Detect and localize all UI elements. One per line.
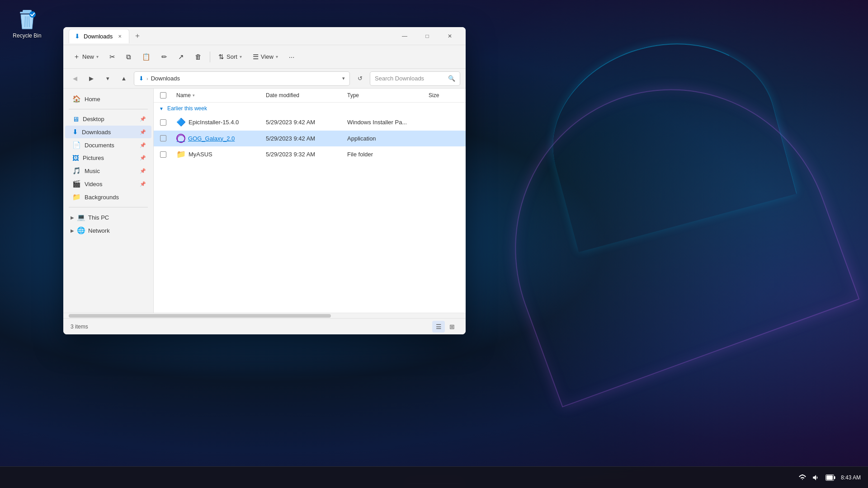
pin-icon-desktop: 📌	[140, 116, 146, 122]
file-explorer-window: ⬇ Downloads ✕ ＋ — □ ✕ ＋ New ▾ ✂	[63, 27, 466, 334]
file-row[interactable]: 📁 MyASUS 5/29/2023 9:32 AM File folder	[154, 146, 466, 163]
speaker-icon	[812, 474, 820, 482]
path-dropdown-icon: ▾	[342, 75, 345, 81]
recent-locations-button[interactable]: ▾	[101, 72, 114, 85]
status-bar: 3 items ☰ ⊞	[63, 318, 466, 334]
share-icon: ↗	[178, 53, 184, 61]
col-checkbox[interactable]	[157, 89, 174, 102]
music-icon: 🎵	[72, 167, 81, 175]
group-header-earlier-this-week[interactable]: ▼ Earlier this week	[154, 103, 466, 114]
file-checkbox-1[interactable]	[157, 114, 174, 130]
sidebar: 🏠 Home 🖥 Desktop 📌 ⬇ Downloads 📌 📄 Docum…	[63, 89, 154, 313]
tab-close-button[interactable]: ✕	[116, 33, 123, 40]
file-row[interactable]: ◯ GOG_Galaxy_2.0 5/29/2023 9:42 AM Appli…	[154, 131, 466, 146]
paste-button[interactable]: 📋	[137, 49, 155, 65]
sidebar-item-downloads[interactable]: ⬇ Downloads 📌	[65, 126, 151, 138]
view-toggle: ☰ ⊞	[432, 321, 458, 333]
file-type-2: Application	[344, 131, 426, 146]
file-type-text-3: File folder	[347, 151, 373, 158]
paste-icon: 📋	[142, 53, 151, 61]
sidebar-backgrounds-label: Backgrounds	[85, 194, 146, 201]
downloads-tab[interactable]: ⬇ Downloads ✕	[69, 29, 129, 43]
sidebar-item-home[interactable]: 🏠 Home	[65, 93, 151, 105]
rename-button[interactable]: ✏	[157, 49, 172, 65]
svg-line-2	[25, 16, 25, 27]
tab-area: ⬇ Downloads ✕ ＋	[69, 29, 394, 43]
file-checkbox-3[interactable]	[157, 146, 174, 162]
group-label: Earlier this week	[167, 105, 207, 112]
sidebar-item-backgrounds[interactable]: 📁 Backgrounds	[65, 191, 151, 203]
path-text: Downloads	[151, 75, 340, 82]
refresh-button[interactable]: ↺	[354, 72, 366, 85]
file-icon-3: 📁	[176, 150, 186, 159]
col-name[interactable]: Name ▾	[174, 89, 263, 102]
desktop: Recycle Bin ⬇ Downloads ✕ ＋ — □ ✕ ＋	[0, 0, 868, 488]
file-name-2[interactable]: ◯ GOG_Galaxy_2.0	[174, 131, 263, 146]
sidebar-item-music[interactable]: 🎵 Music 📌	[65, 164, 151, 177]
tiles-view-button[interactable]: ⊞	[446, 321, 458, 333]
svg-line-4	[29, 16, 29, 27]
maximize-button[interactable]: □	[417, 29, 438, 43]
sort-button[interactable]: ⇅ Sort ▾	[214, 49, 246, 65]
svg-rect-1	[23, 10, 32, 13]
back-button[interactable]: ◀	[69, 72, 81, 85]
row3-checkbox[interactable]	[160, 151, 166, 158]
sidebar-item-documents[interactable]: 📄 Documents 📌	[65, 139, 151, 151]
col-type[interactable]: Type	[344, 89, 426, 102]
col-size-label: Size	[429, 92, 439, 99]
col-date[interactable]: Date modified	[263, 89, 344, 102]
sidebar-item-desktop[interactable]: 🖥 Desktop 📌	[65, 113, 151, 125]
rename-icon: ✏	[161, 53, 167, 61]
sidebar-item-this-pc[interactable]: ▶ 💻 This PC	[65, 211, 151, 224]
toolbar-separator	[210, 52, 210, 62]
taskbar: 8:43 AM	[0, 466, 868, 488]
tab-icon: ⬇	[75, 33, 80, 40]
sidebar-music-label: Music	[85, 168, 136, 174]
horizontal-scrollbar[interactable]	[63, 313, 466, 318]
search-icon: 🔍	[448, 75, 455, 82]
file-list: Name ▾ Date modified Type Size ▼	[154, 89, 466, 313]
select-all-checkbox[interactable]	[160, 92, 166, 99]
search-box[interactable]: Search Downloads 🔍	[370, 71, 460, 86]
close-button[interactable]: ✕	[439, 29, 460, 43]
file-row[interactable]: 🔷 EpicInstaller-15.4.0 5/29/2023 9:42 AM…	[154, 114, 466, 131]
col-size[interactable]: Size	[426, 89, 462, 102]
cut-button[interactable]: ✂	[105, 49, 120, 65]
new-button[interactable]: ＋ New ▾	[69, 49, 103, 65]
sidebar-home-label: Home	[85, 96, 146, 103]
row2-checkbox[interactable]	[160, 135, 166, 141]
view-button[interactable]: ☰ View ▾	[248, 49, 283, 65]
tab-label: Downloads	[84, 33, 113, 40]
sort-label: Sort	[226, 53, 237, 60]
address-path[interactable]: ⬇ › Downloads ▾	[134, 71, 350, 86]
scrollbar-thumb[interactable]	[69, 314, 331, 318]
file-checkbox-2[interactable]	[157, 131, 174, 146]
sidebar-item-videos[interactable]: 🎬 Videos 📌	[65, 178, 151, 190]
sidebar-item-network[interactable]: ▶ 🌐 Network	[65, 224, 151, 237]
new-tab-button[interactable]: ＋	[131, 30, 144, 42]
file-type-text-1: Windows Installer Pa...	[347, 119, 407, 126]
forward-button[interactable]: ▶	[85, 72, 98, 85]
sidebar-item-pictures[interactable]: 🖼 Pictures 📌	[65, 152, 151, 164]
network-icon: 🌐	[77, 226, 85, 235]
share-button[interactable]: ↗	[174, 49, 189, 65]
backgrounds-icon: 📁	[72, 193, 81, 201]
file-date-2: 5/29/2023 9:42 AM	[263, 131, 344, 146]
up-button[interactable]: ▲	[118, 72, 130, 85]
file-type-3: File folder	[344, 146, 426, 162]
recycle-bin[interactable]: Recycle Bin	[9, 9, 45, 39]
new-dropdown-icon: ▾	[96, 54, 99, 59]
row1-checkbox[interactable]	[160, 119, 166, 126]
view-label: View	[261, 53, 274, 60]
delete-button[interactable]: 🗑	[190, 49, 206, 65]
copy-button[interactable]: ⧉	[122, 49, 136, 65]
minimize-button[interactable]: —	[394, 29, 415, 43]
status-items-count: 3 items	[71, 324, 88, 330]
file-name-3[interactable]: 📁 MyASUS	[174, 146, 263, 162]
svg-rect-7	[834, 476, 835, 479]
file-name-text-1: EpicInstaller-15.4.0	[189, 119, 239, 126]
wifi-icon	[798, 474, 807, 482]
details-view-button[interactable]: ☰	[432, 321, 445, 333]
more-button[interactable]: ···	[284, 49, 299, 65]
file-name-1[interactable]: 🔷 EpicInstaller-15.4.0	[174, 114, 263, 130]
